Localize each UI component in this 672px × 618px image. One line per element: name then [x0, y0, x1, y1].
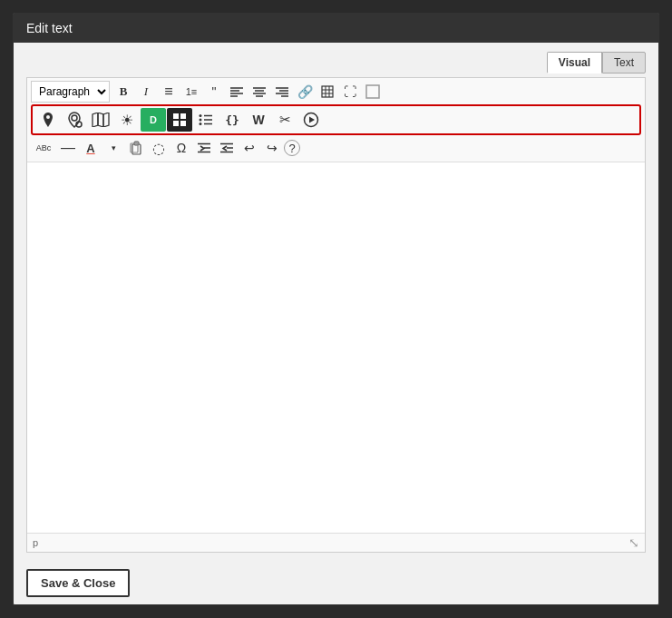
plugin-d-button[interactable]: D: [141, 108, 166, 132]
svg-point-28: [200, 119, 202, 122]
italic-button[interactable]: I: [135, 81, 157, 103]
special-chars-button[interactable]: Ω: [170, 137, 192, 159]
resize-icon: ⤡: [628, 535, 639, 550]
align-left-button[interactable]: [226, 81, 248, 103]
svg-marker-34: [309, 117, 315, 123]
map-button[interactable]: [88, 108, 113, 132]
clear-formatting-button[interactable]: ◌: [148, 137, 170, 159]
plugin-grid-button[interactable]: [167, 108, 192, 132]
help-button[interactable]: ?: [284, 140, 300, 156]
scissors-button[interactable]: ✂: [272, 108, 297, 132]
svg-rect-26: [180, 121, 186, 126]
outdent-button[interactable]: [216, 137, 238, 159]
editor-content[interactable]: [27, 162, 645, 533]
align-center-button[interactable]: [248, 81, 270, 103]
abc-button[interactable]: ABc: [31, 137, 56, 159]
svg-point-18: [72, 115, 77, 121]
hr-button[interactable]: —: [57, 137, 79, 159]
fullscreen-button[interactable]: ⛶: [339, 81, 361, 103]
font-color-arrow-button[interactable]: ▾: [102, 137, 124, 159]
bold-button[interactable]: B: [112, 81, 134, 103]
tab-visual[interactable]: Visual: [547, 52, 602, 74]
blockquote-button[interactable]: ": [203, 81, 225, 103]
svg-marker-22: [103, 113, 109, 127]
svg-rect-23: [173, 113, 179, 119]
unordered-list-button[interactable]: ≡: [158, 81, 180, 103]
list-ul-button[interactable]: [193, 108, 219, 132]
svg-point-27: [200, 114, 202, 117]
paste-button[interactable]: [125, 137, 147, 159]
font-color-button[interactable]: A: [80, 137, 102, 159]
wikipedia-button[interactable]: W: [246, 108, 271, 132]
dialog-footer: Save & Close: [14, 562, 658, 604]
svg-marker-21: [98, 113, 103, 127]
align-right-button[interactable]: [271, 81, 293, 103]
svg-rect-24: [180, 113, 186, 119]
undo-button[interactable]: ↩: [239, 137, 260, 159]
editor-container: Paragraph Heading 1 Heading 2 Heading 3 …: [26, 77, 646, 553]
toolbar-row-2: ABc — A ▾ ◌ Ω ↩ ↪: [31, 137, 641, 159]
toolbar-row-1: Paragraph Heading 1 Heading 2 Heading 3 …: [31, 81, 641, 103]
svg-rect-12: [322, 86, 333, 97]
status-tag: p: [33, 537, 38, 548]
svg-rect-17: [366, 85, 379, 98]
tabs-row: Visual Text: [26, 52, 646, 74]
map-marker-alt-button[interactable]: [62, 108, 87, 132]
svg-marker-20: [93, 113, 98, 127]
tab-text[interactable]: Text: [602, 52, 646, 74]
paragraph-select[interactable]: Paragraph Heading 1 Heading 2 Heading 3: [31, 81, 110, 103]
square-button[interactable]: [362, 81, 384, 103]
table-button[interactable]: [317, 81, 338, 103]
plugin-toolbar-row: ☀ D {} W ✂: [31, 104, 641, 135]
dialog-body: Visual Text Paragraph Heading 1 Heading …: [14, 43, 658, 562]
ordered-list-button[interactable]: 1≡: [180, 81, 202, 103]
svg-rect-25: [173, 121, 179, 126]
save-close-button[interactable]: Save & Close: [26, 569, 130, 597]
code-braces-button[interactable]: {}: [219, 108, 245, 132]
redo-button[interactable]: ↪: [261, 137, 283, 159]
media-button[interactable]: [298, 108, 324, 132]
svg-point-29: [200, 123, 202, 125]
sun-button[interactable]: ☀: [114, 108, 140, 132]
dialog-title: Edit text: [14, 14, 658, 43]
link-button[interactable]: 🔗: [294, 81, 316, 103]
status-bar: p ⤡: [27, 533, 645, 552]
edit-text-dialog: Edit text Visual Text Paragraph Heading …: [13, 13, 659, 605]
toolbar: Paragraph Heading 1 Heading 2 Heading 3 …: [27, 78, 645, 162]
location-pin-button[interactable]: [35, 108, 61, 132]
indent-button[interactable]: [193, 137, 215, 159]
